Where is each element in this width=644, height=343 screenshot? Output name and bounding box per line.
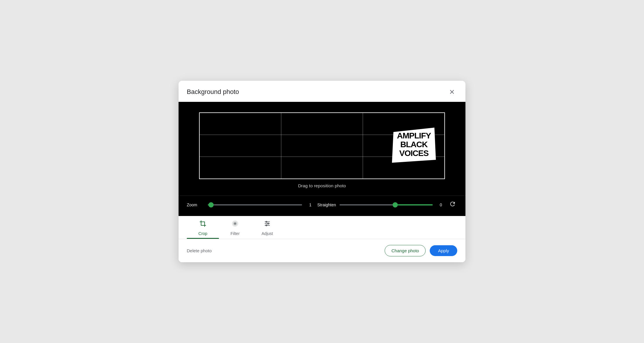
straighten-value: 0 (436, 203, 442, 207)
modal-header: Background photo (179, 81, 465, 102)
change-photo-button[interactable]: Change photo (385, 245, 426, 256)
adjust-icon (264, 220, 271, 229)
amplify-logo: AMPLIFY BLACK VOICES (390, 126, 437, 164)
tab-filter[interactable]: Filter (219, 216, 251, 239)
photo-editing-area[interactable]: AMPLIFY BLACK VOICES Drag to reposition … (179, 102, 465, 195)
crop-frame[interactable]: AMPLIFY BLACK VOICES (199, 112, 445, 179)
grid-line-v2 (363, 113, 363, 179)
zoom-group: Zoom 1 (187, 203, 311, 207)
straighten-group: Straighten 0 (317, 203, 442, 207)
tab-crop-label: Crop (198, 231, 207, 236)
apply-button[interactable]: Apply (430, 245, 457, 256)
adjust-icon-svg (264, 220, 271, 227)
zoom-value: 1 (306, 203, 311, 207)
svg-text:VOICES: VOICES (399, 149, 429, 158)
modal-title: Background photo (187, 88, 239, 96)
slider-row: Zoom 1 Straighten 0 (187, 199, 457, 210)
svg-point-14 (266, 225, 267, 226)
close-button[interactable] (447, 87, 457, 97)
zoom-thumb[interactable] (208, 202, 214, 207)
straighten-label: Straighten (317, 203, 336, 207)
zoom-label: Zoom (187, 203, 204, 207)
tab-adjust-label: Adjust (262, 231, 273, 236)
footer-right: Change photo Apply (385, 245, 457, 256)
reset-button[interactable] (448, 199, 457, 210)
svg-point-12 (266, 221, 267, 222)
photo-image: AMPLIFY BLACK VOICES (390, 126, 437, 165)
background-photo-modal: Background photo AMPLIFY (179, 81, 465, 262)
tab-filter-label: Filter (230, 231, 239, 236)
tabs-area: Crop Filter (179, 216, 465, 239)
svg-point-8 (234, 223, 236, 224)
controls-area: Zoom 1 Straighten 0 (179, 195, 465, 216)
reset-icon (449, 200, 456, 207)
tab-crop[interactable]: Crop (187, 216, 219, 239)
straighten-fill-right (393, 204, 433, 205)
straighten-fill-left (340, 204, 393, 205)
straighten-slider[interactable] (340, 204, 433, 205)
delete-photo-button[interactable]: Delete photo (187, 247, 212, 254)
filter-icon-svg (232, 220, 239, 227)
crop-tab-underline (187, 238, 219, 239)
drag-hint: Drag to reposition photo (298, 183, 346, 188)
svg-text:AMPLIFY: AMPLIFY (397, 131, 431, 140)
filter-icon (232, 220, 239, 229)
grid-line-v1 (281, 113, 281, 179)
svg-point-13 (268, 223, 269, 224)
crop-icon (199, 220, 206, 229)
svg-text:BLACK: BLACK (400, 140, 428, 149)
footer-area: Delete photo Change photo Apply (179, 239, 465, 262)
tab-adjust[interactable]: Adjust (251, 216, 283, 239)
straighten-thumb[interactable] (393, 202, 398, 207)
zoom-slider[interactable] (208, 204, 302, 205)
